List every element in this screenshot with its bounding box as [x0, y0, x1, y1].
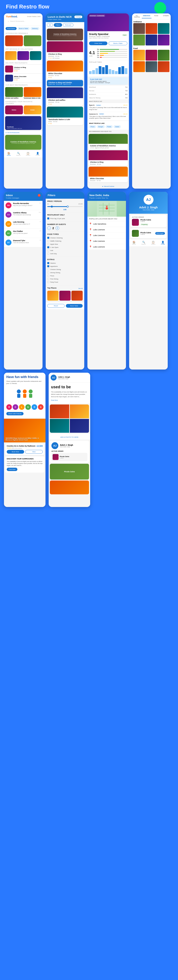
top-place-3[interactable] — [71, 291, 83, 301]
book-again-btn[interactable]: Book Again — [155, 232, 165, 235]
recommended-card-2[interactable]: Chicken in Ring American · 30 min — [88, 150, 128, 166]
location-item-3[interactable]: 📍Luke Livemore — [87, 239, 126, 244]
extra-checkbox-0[interactable] — [47, 262, 49, 264]
add-photo-link[interactable]: ADD A PHOTO TO HERE — [60, 436, 79, 438]
message-item[interactable]: DT Diamond Tyler 3h I love the ambiance … — [4, 238, 43, 247]
checkbox-grill-only[interactable] — [47, 253, 49, 255]
order-now-btn[interactable]: Order Now — [89, 41, 107, 45]
extra-option-3[interactable]: Shrimp Dining — [47, 271, 83, 274]
tab-search[interactable]: 🔍Search — [14, 151, 23, 157]
filter-opt-waffle[interactable]: Waffle Ordering — [47, 239, 83, 243]
tab-food[interactable]: FOOD — [151, 14, 161, 18]
food-card-4[interactable]: Tamiulnadu Native & Cafe Indian · 40 min… — [47, 107, 83, 125]
decrease-guests[interactable]: − — [47, 226, 51, 230]
food-type-title: FOOD TYPES — [47, 233, 83, 235]
checkbox-grill[interactable] — [47, 250, 49, 251]
van-text: WASHRM Mega Seafood and BBQ CAMEL in Mor… — [6, 437, 44, 441]
food-card-2[interactable]: White Chocolate Desserts · 25 min ★4.5 — [47, 60, 83, 79]
reset-filters[interactable]: Reset — [47, 304, 65, 308]
profile-tab-home[interactable]: 🏠Home — [129, 240, 139, 245]
extra-option-5[interactable]: Fine Dining — [47, 277, 83, 280]
tab-others[interactable]: OTHERS — [161, 14, 171, 18]
change-btn[interactable]: Change — [74, 16, 82, 18]
ambiance-label: Ambiance — [132, 19, 171, 23]
extra-option-0[interactable]: Starters — [47, 261, 83, 265]
checkbox-apple[interactable] — [47, 243, 49, 245]
filter-opt-1[interactable]: Price tag 13 per year — [47, 217, 83, 220]
profile-tab-orders[interactable]: 📋Orders — [149, 240, 158, 245]
view-all-link[interactable]: ► View all Cuisines — [87, 183, 129, 189]
profile-tab-search[interactable]: 🔍Search — [139, 240, 149, 245]
location-item-0[interactable]: 📍Luke Sarowhora — [87, 221, 126, 227]
extra-checkbox-5[interactable] — [47, 278, 49, 280]
location-item-2[interactable]: 📍Luke Livemore — [87, 233, 126, 239]
filter-opt-apple[interactable]: Apple Now — [47, 243, 83, 246]
increase-guests[interactable]: + — [56, 226, 59, 230]
price-max: £5,000 — [79, 203, 83, 205]
tab-orders[interactable]: 📋Orders — [23, 151, 33, 157]
extra-checkbox-4[interactable] — [47, 275, 49, 277]
filter-opt-open[interactable]: 2 Jan Open — [47, 246, 83, 249]
extra-checkbox-3[interactable] — [47, 272, 49, 274]
filter-opt-grill[interactable]: Grill — [47, 249, 83, 252]
checkbox-ordering[interactable] — [47, 237, 49, 239]
msg-content: Lala Henning 1h Can you book a table for… — [13, 221, 41, 225]
message-item[interactable]: CA Cambria Albany 15m The restaurant was… — [4, 210, 43, 220]
rest-row-1[interactable]: Chicken in Ring American ★4.2 — [4, 65, 43, 73]
top-place-1[interactable] — [47, 291, 59, 301]
book-table-btn[interactable]: Book a Table — [109, 41, 127, 45]
checkbox-open[interactable] — [47, 246, 49, 248]
filter-opt-ordering[interactable]: Chicken Ordering — [47, 236, 83, 239]
rest-row-2[interactable]: White Chocolate Desserts ★4.5 — [4, 74, 43, 82]
extra-checkbox-2[interactable] — [47, 269, 49, 270]
restaurant-detail-screen: American · Continental Gravity Spacebar … — [87, 13, 129, 189]
find-now-btn[interactable]: Find Now — [7, 468, 18, 471]
tab-all-photos[interactable]: ALL PHOTOS — [132, 14, 142, 18]
book-now-inn[interactable]: Book Now — [7, 450, 24, 453]
add-photo-row[interactable]: ADD A PHOTO TO HERE — [49, 434, 90, 440]
checkbox-waffle[interactable] — [47, 240, 49, 242]
see-all-top[interactable]: See All — [78, 288, 83, 289]
pill-food[interactable]: Food Items — [6, 27, 17, 30]
country-inn-card[interactable]: Country Inn & Suites by Radisson ★★★★4.5… — [5, 443, 44, 455]
read-more-link[interactable]: Read More — [51, 399, 58, 401]
filter-all[interactable]: All — [47, 23, 53, 27]
view-inn[interactable]: View — [25, 450, 43, 453]
price-slider[interactable] — [47, 206, 83, 207]
tab-profile[interactable]: 👤Profile — [33, 151, 43, 157]
tab-home[interactable]: 🏠Home — [4, 151, 14, 157]
profile-avatar: AJ — [144, 195, 154, 205]
extra-checkbox-6[interactable] — [47, 281, 49, 283]
pill-table[interactable]: Book a Table — [18, 27, 30, 30]
profile-tab-profile[interactable]: 👤Profile — [158, 240, 168, 245]
extra-option-6[interactable]: Party Food — [47, 280, 83, 283]
message-item[interactable]: RH Rocella Hernandez 2m Hey! Are you com… — [4, 201, 43, 210]
filter-relevant[interactable]: Relevant — [63, 23, 74, 27]
search-bar[interactable]: ⌕ Search Restaurants... — [6, 19, 40, 23]
filter-btn[interactable]: Filters — [54, 23, 62, 27]
rating-count: 1,200 — [89, 55, 95, 57]
share-btn[interactable]: Share with Friends — [6, 412, 24, 415]
extra-option-1[interactable]: Appetizers — [47, 265, 83, 268]
checkbox-1[interactable] — [47, 218, 49, 220]
food-card-1[interactable]: Chicken in Ring American · 30 min ★4.213… — [47, 41, 83, 60]
extra-option-2[interactable]: Chicken Dining — [47, 268, 83, 271]
location-item-4[interactable]: 📍Luke Livemore — [87, 244, 126, 250]
plan-timing: Mon to Sun | 08:00am - 9:30 pm — [90, 82, 126, 83]
message-item[interactable]: GC Gia Chalker 2h Let's try that new pla… — [4, 229, 43, 238]
recommended-card-3[interactable]: White Chocolate Desserts · 25 min — [88, 167, 128, 182]
recommended-card-1[interactable]: Cuisine of Hendellum America 1.4 mi · Ap… — [88, 134, 128, 150]
tab-ambiance[interactable]: AMBIANCE — [142, 14, 151, 18]
location-item-1[interactable]: 📍Luke Livemore — [87, 227, 126, 233]
extra-option-4[interactable]: Pizza — [47, 274, 83, 277]
msg-avatar: DT — [6, 240, 11, 245]
top-place-2[interactable] — [59, 291, 71, 301]
filter-opt-grill-only[interactable]: Grill Only — [47, 252, 83, 255]
inn-name: Country Inn & Suites by Radisson — [7, 445, 35, 447]
pill-delivery[interactable]: Delivery — [30, 27, 39, 30]
see-all-link[interactable]: ► See All Restaurants — [6, 132, 19, 133]
extra-checkbox-1[interactable] — [47, 265, 49, 267]
apply-filters[interactable]: Book Table — [66, 304, 83, 308]
message-item[interactable]: LH Lala Henning 1h Can you book a table … — [4, 220, 43, 229]
food-card-3[interactable]: Chicken and waffles American · 35 min ★4… — [47, 87, 83, 106]
